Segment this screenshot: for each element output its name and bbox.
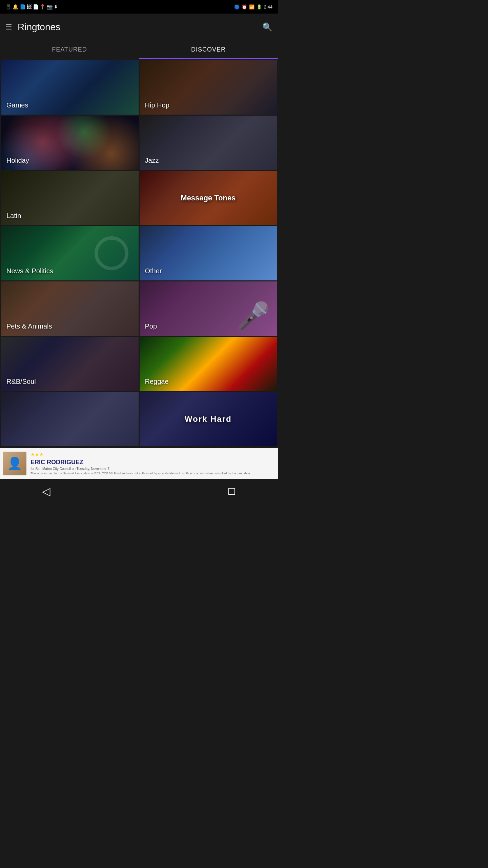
category-reggae-label: Reggae: [145, 378, 169, 386]
ad-content: 👤 ★★★ ERIC RODRIGUEZ for San Mateo City …: [0, 448, 278, 479]
toolbar: ☰ Ringtones 🔍: [0, 14, 278, 41]
microphone-icon: 🎤: [236, 300, 270, 332]
category-other-label: Other: [145, 267, 162, 275]
tab-featured[interactable]: FEATURED: [0, 41, 139, 59]
category-latin-label: Latin: [6, 212, 21, 220]
category-jazz-label: Jazz: [145, 157, 159, 164]
category-pop[interactable]: 🎤 Pop: [140, 281, 277, 336]
category-workhard[interactable]: Work Hard: [140, 392, 277, 446]
category-hiphop-label: Hip Hop: [145, 101, 169, 109]
category-latin[interactable]: Latin: [1, 171, 139, 225]
status-icons: 📱 🔔 📘 🖼 📄 📍 📷 ⬇: [5, 4, 58, 9]
category-petsanimals[interactable]: Pets & Animals: [1, 281, 139, 336]
home-button[interactable]: □: [218, 481, 245, 501]
category-holiday[interactable]: Holiday: [1, 116, 139, 170]
ad-name: ERIC RODRIGUEZ: [30, 458, 275, 467]
category-reggae[interactable]: Reggae: [140, 337, 277, 391]
status-right: 🔵 ⏰ 📶 🔋 2:44: [234, 4, 272, 9]
category-rnbsoul-label: R&B/Soul: [6, 378, 36, 386]
ad-stars: ★★★: [30, 451, 275, 458]
category-jazz[interactable]: Jazz: [140, 116, 277, 170]
category-games-label: Games: [6, 101, 28, 109]
navigation-bar: ◁ □: [0, 479, 278, 503]
battery-icon: 🔋: [257, 4, 262, 9]
ad-text: ★★★ ERIC RODRIGUEZ for San Mateo City Co…: [30, 451, 275, 475]
category-newspolitics-label: News & Politics: [6, 267, 53, 275]
tabs-bar: FEATURED DISCOVER: [0, 41, 278, 59]
category-games[interactable]: Games: [1, 60, 139, 115]
bluetooth-icon: 🔵: [234, 4, 240, 9]
status-bar: 📱 🔔 📘 🖼 📄 📍 📷 ⬇ 🔵 ⏰ 📶 🔋 2:44: [0, 0, 278, 14]
tab-discover[interactable]: DISCOVER: [139, 41, 278, 59]
category-other[interactable]: Other: [140, 226, 277, 280]
category-bottom1[interactable]: [1, 392, 139, 446]
recents-button[interactable]: [125, 481, 152, 501]
category-workhard-label: Work Hard: [185, 414, 232, 424]
category-rnbsoul[interactable]: R&B/Soul: [1, 337, 139, 391]
categories-grid: Games Hip Hop Holiday Jazz Latin Message…: [0, 59, 278, 447]
category-petsanimals-label: Pets & Animals: [6, 322, 52, 330]
category-holiday-label: Holiday: [6, 157, 29, 164]
category-messagetones-label: Message Tones: [181, 194, 236, 202]
category-newspolitics[interactable]: News & Politics: [1, 226, 139, 280]
app-title: Ringtones: [18, 22, 257, 33]
ad-subtitle: for San Mateo City Council on Tuesday, N…: [30, 467, 275, 471]
alarm-icon: ⏰: [242, 4, 247, 9]
time-display: 2:44: [264, 4, 272, 9]
menu-icon[interactable]: ☰: [5, 23, 12, 32]
search-icon[interactable]: 🔍: [262, 22, 272, 32]
category-pop-label: Pop: [145, 322, 157, 330]
ad-disclaimer: This ad was paid for by National Associa…: [30, 471, 275, 476]
category-messagetones[interactable]: Message Tones: [140, 171, 277, 225]
advertisement-banner[interactable]: 👤 ★★★ ERIC RODRIGUEZ for San Mateo City …: [0, 448, 278, 479]
back-button[interactable]: ◁: [33, 481, 60, 501]
wifi-icon: 📶: [249, 4, 255, 9]
category-hiphop[interactable]: Hip Hop: [140, 60, 277, 115]
status-left: 📱 🔔 📘 🖼 📄 📍 📷 ⬇: [5, 4, 58, 9]
ad-photo: 👤: [3, 452, 26, 475]
